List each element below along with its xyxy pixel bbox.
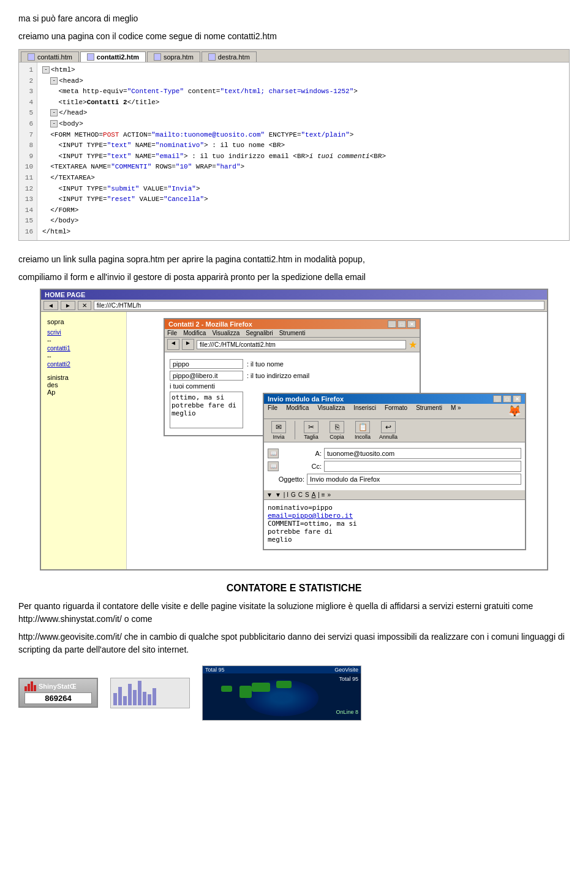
ff-minimize-btn[interactable]: _ [388, 320, 396, 328]
code-content: -<html> -<head> <meta http-equiv="Conten… [37, 63, 569, 240]
forward-button[interactable]: ► [61, 301, 75, 310]
ff-menubar: File Modifica Visualizza Segnalibri Stru… [165, 329, 420, 338]
stop-button[interactable]: ✕ [78, 301, 91, 310]
shiny-bars [24, 681, 36, 691]
shinystat-badge: ShinyStatŒ 869264 [18, 678, 98, 708]
invio-format-bar: ▼ ▼ | I G C S A | ≡ » [264, 490, 525, 500]
invio-a-input[interactable] [324, 448, 521, 459]
tab-destra[interactable]: destra.htm [202, 51, 257, 62]
ff-star-icon: ★ [409, 339, 417, 351]
invio-maximize-btn[interactable]: □ [503, 395, 511, 403]
nav-sopra: sopra [47, 318, 120, 325]
invio-toolbar: ✉ Invia ✂ Taglia ⎘ Copia [264, 419, 525, 442]
ff-menu-item[interactable]: Modifica [183, 330, 206, 336]
ff-back-btn[interactable]: ◄ [167, 339, 179, 350]
paste-icon: 📋 [355, 421, 370, 433]
ff-comments-textarea[interactable]: ottimo, ma si potrebbe fare di meglio [170, 392, 243, 428]
geo-titlebar: Total 95 GeoVisite [203, 666, 361, 673]
invio-body: nominativo=pippo email=pippo@libero.it C… [264, 500, 525, 549]
invio-field-cc: 📖 Cc: [268, 461, 521, 472]
ff-menu-item[interactable]: Segnalibri [246, 330, 273, 336]
bar4 [34, 685, 36, 691]
tab-icon [154, 53, 161, 61]
intro-line1: ma si può fare ancora di meglio [18, 12, 570, 25]
back-button[interactable]: ◄ [43, 301, 58, 310]
invio-field-obj: Oggetto: [268, 474, 521, 485]
shinystat-text: ShinyStatŒ [39, 683, 77, 690]
chart-badge [110, 678, 190, 708]
ff-name-input[interactable] [170, 359, 243, 369]
bar3 [31, 681, 33, 691]
invio-close-btn[interactable]: ✕ [513, 395, 521, 403]
ff-forward-btn[interactable]: ► [182, 339, 194, 350]
ff-close-btn[interactable]: ✕ [407, 320, 416, 328]
ff-form-row-email: : il tuo indirizzo email [170, 371, 415, 381]
chart-bar [113, 693, 117, 705]
nav-sinistra: sinistra [47, 374, 120, 381]
ff-menu-item[interactable]: Strumenti [279, 330, 306, 336]
invio-menu-formato[interactable]: Formato [385, 404, 407, 418]
nav-link-contatti1[interactable]: contatti1 [47, 345, 120, 352]
shinystat-number: 869264 [24, 692, 92, 704]
invio-titlebar: Invio modulo da Firefox _ □ ✕ [264, 394, 525, 404]
invio-cc-label: Cc: [285, 463, 322, 470]
copy-icon: ⎘ [330, 421, 344, 433]
ff-menu-item[interactable]: File [167, 330, 177, 336]
left-nav: sopra scrivi -- contatti1 -- contatti2 s… [41, 312, 127, 569]
invio-menu-modifica[interactable]: Modifica [286, 404, 309, 418]
tab-contatti[interactable]: contatti.htm [21, 51, 79, 62]
firefox-window: Contatti 2 - Mozilla Firefox _ □ ✕ File … [164, 318, 421, 436]
nav-des: des [47, 381, 120, 388]
ff-menu-item[interactable]: Visualizza [212, 330, 239, 336]
invio-obj-input[interactable] [307, 474, 521, 485]
ff-address-bar[interactable]: file:///C:/HTML/contatti2.htm [197, 340, 406, 349]
tab-contatti2[interactable]: contatti2.htm [80, 51, 146, 62]
line-numbers: 12345 678910 1112131415 16 [19, 63, 37, 240]
invio-menu-file[interactable]: File [268, 404, 277, 418]
middle-text-line2: compiliamo il form e all'invio il gestor… [18, 271, 570, 284]
nav-link-contatti2[interactable]: contatti2 [47, 361, 120, 368]
invio-menu-visualizza[interactable]: Visualizza [317, 404, 345, 418]
invio-paste-btn[interactable]: 📋 Incolla [352, 421, 374, 440]
invio-icon-a: 📖 [268, 449, 281, 458]
outer-content: sopra scrivi -- contatti1 -- contatti2 s… [41, 312, 547, 569]
nav-link-scrivi[interactable]: scrivi [47, 329, 120, 336]
section-heading: CONTATORE E STATISTICHE [18, 583, 570, 594]
tab-icon [208, 53, 216, 61]
invio-logo-icon: 🦊 [508, 404, 521, 418]
code-body: 12345 678910 1112131415 16 -<html> -<hea… [19, 63, 569, 240]
geo-stats: Total 95 [339, 676, 358, 682]
invio-email-link[interactable]: email=pippo@libero.it [268, 512, 353, 520]
invio-send-btn[interactable]: ✉ Invia [268, 421, 290, 440]
chart-bar [123, 696, 127, 705]
invio-obj-label: Oggetto: [268, 476, 304, 483]
invio-cc-input[interactable] [324, 461, 521, 472]
invio-cut-btn[interactable]: ✂ Taglia [300, 421, 322, 440]
geo-land-americas [221, 686, 232, 692]
invio-menu-more[interactable]: M » [451, 404, 461, 418]
invio-copy-btn[interactable]: ⎘ Copia [326, 421, 348, 440]
ff-email-label: : il tuo indirizzo email [247, 372, 309, 379]
outer-address-bar[interactable]: file:///C:/HTML/h [94, 301, 545, 310]
ff-comments-label: i tuoi commenti [170, 382, 415, 390]
invio-minimize-btn[interactable]: _ [493, 395, 502, 403]
tab-sopra[interactable]: sopra.htm [147, 51, 200, 62]
geo-land-africa [239, 686, 252, 698]
geo-online: OnLine 8 [336, 709, 358, 715]
invio-a-label: A: [285, 450, 322, 457]
ff-titlebar-btns: _ □ ✕ [388, 320, 416, 328]
stat-images: ShinyStatŒ 869264 Total 95 GeoVisite [18, 665, 570, 721]
geo-land-europe [252, 683, 270, 692]
ff-email-input[interactable] [170, 371, 243, 381]
ff-toolbar: ◄ ► file:///C:/HTML/contatti2.htm ★ [165, 338, 420, 352]
fold-icon: - [42, 66, 50, 74]
invio-undo-btn[interactable]: ↩ Annulla [377, 421, 399, 440]
invio-content: 📖 A: 📖 Cc: [264, 442, 525, 490]
invio-field-a: 📖 A: [268, 448, 521, 459]
ff-maximize-btn[interactable]: □ [398, 320, 406, 328]
invio-menu-inserisci[interactable]: Inserisci [353, 404, 376, 418]
ff-name-label: : il tuo nome [247, 360, 284, 368]
invio-menu-strumenti[interactable]: Strumenti [416, 404, 442, 418]
bottom-paragraph1: Per quanto riguarda il contatore delle v… [18, 600, 570, 626]
geo-land-asia [276, 681, 292, 688]
